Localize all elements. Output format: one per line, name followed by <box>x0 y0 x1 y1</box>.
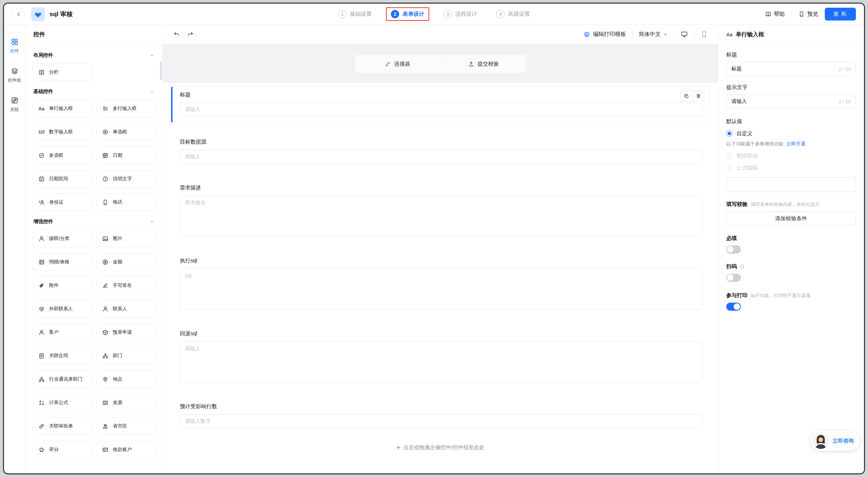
form-field[interactable]: 回滚sql 请输入 <box>171 325 710 389</box>
text-aa-icon: Aa <box>38 106 45 111</box>
back-button[interactable] <box>12 8 25 21</box>
palette-item[interactable]: 客户 <box>33 323 92 341</box>
palette-item[interactable]: 电话 <box>96 193 155 211</box>
palette-item[interactable]: 预算申请 <box>96 323 155 341</box>
formula-icon <box>38 400 45 406</box>
form-field[interactable]: 目标数据源 请输入 <box>171 134 710 170</box>
scan-toggle[interactable] <box>726 274 741 282</box>
required-toggle[interactable] <box>726 245 741 254</box>
copy-icon[interactable] <box>680 91 692 101</box>
connector-button[interactable]: 连接器 <box>355 60 441 67</box>
step-1[interactable]: 1 基础设置 <box>333 7 376 21</box>
palette-item[interactable]: 多行输入框 <box>96 100 155 117</box>
chevron-up-icon[interactable] <box>149 53 155 58</box>
step-label: 高级设置 <box>508 11 530 18</box>
palette-item[interactable]: 收款账户 <box>96 441 155 458</box>
field-input[interactable]: 请输入数字 <box>180 414 702 428</box>
scrollbar-thumb[interactable] <box>160 62 162 80</box>
palette-item[interactable]: 说明文字 <box>96 170 155 188</box>
rail-tab-link-square[interactable]: 关联 <box>10 97 19 113</box>
add-validation-button[interactable]: 添加校验条件 <box>726 211 856 225</box>
palette-item[interactable]: 级联/分类 <box>33 230 92 247</box>
palette-item[interactable]: 金额 <box>96 253 155 271</box>
default-value-input[interactable] <box>726 177 856 192</box>
radio-disabled-icon <box>726 153 732 159</box>
text-field-icon: Aa <box>726 32 732 37</box>
radio-icon <box>101 129 109 135</box>
palette-item[interactable]: 发票 <box>96 394 155 411</box>
form-field[interactable]: 标题 请输入 <box>171 86 710 123</box>
palette-item[interactable]: 手写签名 <box>96 277 155 294</box>
palette-item-label: 附件 <box>49 282 59 289</box>
yen-circle-icon <box>101 259 109 265</box>
placeholder: 请输入 <box>185 154 200 160</box>
palette-item[interactable]: 联系人 <box>96 300 155 318</box>
id-card-icon <box>38 199 45 206</box>
support-avatar <box>812 432 829 449</box>
palette-item[interactable]: 外部联系人 <box>33 300 92 318</box>
help-button[interactable]: 帮助 <box>765 11 785 18</box>
mobile-view-icon[interactable] <box>701 31 708 38</box>
palette-item[interactable]: 附件 <box>33 277 92 294</box>
palette-item[interactable]: 123 数字输入框 <box>33 123 92 141</box>
print-toggle[interactable] <box>726 303 741 311</box>
upgrade-link[interactable]: 立即开通 <box>786 141 805 147</box>
step-2[interactable]: 2 表单设计 <box>386 7 429 21</box>
palette-item[interactable]: 多选框 <box>33 147 92 164</box>
palette-item-label: 金额 <box>113 259 122 265</box>
form-field[interactable]: 需求描述 需求描述 <box>171 180 710 243</box>
field-input[interactable]: 请输入 <box>180 150 702 164</box>
palette-item[interactable]: 日期区间 <box>33 170 92 188</box>
palette-item[interactable]: 计算公式 <box>33 394 92 411</box>
step-3[interactable]: 3 流程设计 <box>439 7 482 21</box>
palette-item-label: 部门 <box>113 352 122 359</box>
edit-print-template-button[interactable]: 编辑打印模板 <box>583 31 626 38</box>
field-textarea[interactable]: 请输入 <box>180 341 702 382</box>
palette-item-label: 评分 <box>49 446 59 453</box>
required-label: 必填 <box>726 235 856 242</box>
chevron-up-icon[interactable] <box>149 89 155 94</box>
radio-custom[interactable]: 自定义 <box>726 130 856 137</box>
palette-item[interactable]: 身份证 <box>33 193 92 211</box>
palette-item[interactable]: 日期 <box>96 147 155 164</box>
chevron-up-icon[interactable] <box>149 219 155 224</box>
palette-item[interactable]: 关联合同 <box>33 347 92 365</box>
cube-icon <box>101 329 109 336</box>
palette-item[interactable]: Aa 单行输入框 <box>33 100 92 117</box>
rail-tab-grid[interactable]: 控件 <box>10 38 19 54</box>
palette-item[interactable]: 明细/表格 <box>33 253 92 271</box>
trash-icon[interactable] <box>692 91 704 101</box>
form-field[interactable]: 预计受影响行数 请输入数字 <box>171 398 710 435</box>
palette-item[interactable]: 图片 <box>96 230 155 247</box>
submit-validation-button[interactable]: 提交校验 <box>441 60 526 67</box>
consult-widget[interactable]: 立即咨询 <box>810 431 860 451</box>
palette-section-title: 布局控件 <box>33 52 155 59</box>
palette-item[interactable]: 分栏 <box>33 63 92 81</box>
info-icon[interactable] <box>739 264 745 269</box>
palette-item[interactable]: 行业通讯录部门 <box>33 370 92 388</box>
undo-icon[interactable] <box>173 31 180 38</box>
radio-data-link[interactable]: 数据联动 <box>726 152 856 159</box>
field-input[interactable]: 请输入 <box>180 103 702 117</box>
palette-item[interactable]: 评分 <box>33 441 92 458</box>
publish-button[interactable]: 发布 <box>825 8 856 21</box>
field-textarea[interactable]: sql <box>180 269 702 310</box>
form-field[interactable]: 执行sql sql <box>171 252 710 316</box>
palette-item[interactable]: 地点 <box>96 370 155 388</box>
palette-item[interactable]: 单选框 <box>96 123 155 141</box>
hint-input[interactable]: 请输入 3 / 50 <box>726 95 856 108</box>
palette-item[interactable]: 省市区 <box>96 417 155 435</box>
desktop-view-icon[interactable] <box>681 31 688 38</box>
preview-button[interactable]: 预览 <box>798 11 818 18</box>
palette-item[interactable]: 部门 <box>96 347 155 365</box>
language-select[interactable]: 简体中文 <box>639 31 668 38</box>
step-4[interactable]: 4 高级设置 <box>492 7 535 21</box>
radio-formula-edit[interactable]: 公式编辑 <box>726 164 856 171</box>
rail-tab-layers[interactable]: 控件组 <box>8 67 21 84</box>
field-textarea[interactable]: 需求描述 <box>180 196 702 237</box>
palette-item-label: 省市区 <box>113 423 127 429</box>
palette-item[interactable]: 关联审批单 <box>33 417 92 435</box>
title-input[interactable]: 标题 2 / 50 <box>726 62 856 76</box>
redo-icon[interactable] <box>187 31 194 38</box>
radio-disabled-icon <box>726 165 732 171</box>
